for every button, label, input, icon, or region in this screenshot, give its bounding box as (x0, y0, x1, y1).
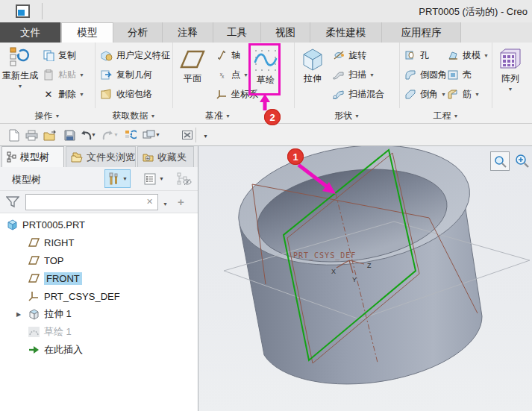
tree-list-icon (144, 173, 156, 185)
ribbon-group-engineering: 孔 倒圆角 ▼ 倒角 ▼ 拔模 ▼ 壳 (400, 43, 492, 108)
chevron-down-icon: ▼ (159, 176, 164, 181)
swept-blend-button[interactable]: 扫描混合 (332, 86, 384, 102)
swept-blend-icon (332, 88, 345, 100)
regenerate-button[interactable]: 重新生成 ▼ (3, 46, 37, 89)
open-folder-icon (43, 130, 57, 141)
chevron-down-icon: ▼ (122, 176, 128, 181)
regenerate-small-button[interactable] (122, 127, 139, 143)
tree-display-button[interactable] (175, 169, 194, 188)
tab-applications[interactable]: 应用程序 (382, 22, 461, 43)
tree-row-csys[interactable]: PRT_CSYS_DEF (0, 288, 198, 304)
shrinkwrap-icon (100, 88, 113, 100)
tree-hide-icon (177, 172, 192, 186)
rib-button[interactable]: 筋 ▼ (446, 86, 480, 102)
copy-geometry-button[interactable]: 复制几何 (100, 66, 152, 83)
tree-row-front-plane[interactable]: FRONT (0, 270, 198, 286)
pattern-button[interactable]: 阵列 ▼ (495, 47, 526, 92)
tree-row-part[interactable]: PRT0005.PRT (0, 216, 198, 233)
paste-icon (42, 69, 55, 81)
group-label-datum[interactable]: 基准▼ (173, 108, 263, 124)
new-file-icon (9, 129, 19, 142)
model-scene: PRT_CSYS_DEF X Z Y (198, 146, 532, 411)
copy-geometry-icon (100, 69, 113, 81)
tab-file[interactable]: 文件 (0, 22, 61, 43)
shell-button[interactable]: 壳 (446, 66, 472, 83)
tab-tools[interactable]: 工具 (213, 22, 261, 43)
clear-filter-icon[interactable]: ✕ (146, 197, 153, 207)
sweep-button[interactable]: 扫描 ▼ (332, 66, 375, 83)
selected-tree-item: FRONT (44, 272, 82, 285)
tab-annotate[interactable]: 注释 (163, 22, 213, 43)
close-window-button[interactable] (179, 127, 195, 143)
copy-button[interactable]: 复制 (42, 47, 76, 63)
chevron-down-icon: ▼ (18, 84, 23, 89)
tab-model-tree[interactable]: 模型树 (1, 146, 64, 167)
zoom-in-button[interactable] (513, 151, 532, 171)
tree-row-insert-here[interactable]: 在此插入 (0, 342, 198, 358)
paste-button[interactable]: 粘贴 ▼ (42, 66, 84, 83)
udf-button[interactable]: 用户定义特征 (100, 47, 170, 63)
tree-settings-button[interactable]: ▼ (142, 169, 166, 188)
group-label-engineering[interactable]: 工程▼ (400, 108, 492, 124)
tab-view[interactable]: 视图 (261, 22, 310, 43)
tab-folder-browser[interactable]: 文件夹浏览器 (66, 146, 136, 167)
delete-button[interactable]: ✕ 删除 ▼ (42, 86, 84, 102)
datum-plane-icon (28, 254, 40, 266)
save-button[interactable] (61, 127, 78, 143)
tab-flexible-modeling[interactable]: 柔性建模 (310, 22, 382, 43)
zoom-region-button[interactable] (490, 151, 510, 171)
filter-funnel-icon[interactable] (6, 196, 19, 208)
graphics-viewport[interactable]: PRT_CSYS_DEF X Z Y (198, 146, 532, 411)
tree-row-top-plane[interactable]: TOP (0, 252, 198, 269)
filter-dropdown[interactable]: ▼ (163, 201, 168, 207)
group-label-shapes[interactable]: 形状▼ (295, 108, 399, 124)
new-file-button[interactable] (6, 127, 22, 143)
axis-x-label: X (331, 268, 336, 275)
tree-row-right-plane[interactable]: RIGHT (0, 234, 198, 251)
undo-dropdown[interactable]: ▼ (91, 132, 96, 137)
tab-model[interactable]: 模型 (61, 22, 113, 43)
expand-arrow-icon[interactable]: ▶ (16, 311, 21, 318)
open-button[interactable] (42, 127, 58, 143)
copy-icon (42, 49, 55, 61)
datum-point-button[interactable]: ˣₓ 点 ▼ (215, 66, 248, 83)
tab-favorites[interactable]: ✳ 收藏夹 (137, 146, 194, 167)
ribbon-group-get-data: 用户定义特征 复制几何 收缩包络 获取数据▼ (96, 43, 173, 108)
window-switch-button[interactable] (140, 127, 157, 143)
insert-here-arrow-icon (28, 344, 40, 356)
tree-tools-button[interactable]: ▼ (104, 169, 131, 188)
datum-axis-button[interactable]: 轴 (215, 47, 240, 63)
chevron-down-icon: ▼ (508, 87, 513, 92)
revolve-icon (332, 49, 345, 61)
step-1-badge: 1 (287, 148, 304, 165)
round-icon (404, 69, 417, 81)
axis-z-label: Z (367, 262, 372, 269)
extrude-icon (300, 47, 325, 71)
ribbon-tab-bar: 文件 模型 分析 注释 工具 视图 柔性建模 应用程序 (0, 22, 532, 43)
quick-access-toolbar: ▼ ▼ ▼ ▼ (0, 124, 532, 146)
app-window-icon[interactable] (16, 4, 30, 18)
chamfer-button[interactable]: 倒角 ▼ (404, 86, 446, 102)
undo-icon (80, 131, 92, 140)
tab-analysis[interactable]: 分析 (113, 22, 163, 43)
revolve-button[interactable]: 旋转 (332, 47, 366, 63)
datum-plane-button[interactable]: 平面 (176, 47, 209, 85)
tree-filter-input[interactable] (25, 194, 158, 210)
tree-row-extrude[interactable]: ▶ 拉伸 1 (0, 306, 198, 322)
svg-text:✳: ✳ (145, 156, 150, 161)
print-button[interactable] (23, 127, 40, 143)
extrude-button[interactable]: 拉伸 (297, 47, 328, 85)
window-title: PRT0005 (活动的) - Creo (419, 5, 528, 19)
redo-dropdown[interactable]: ▼ (113, 132, 119, 137)
group-label-get-data[interactable]: 获取数据▼ (96, 108, 172, 124)
udf-icon (100, 49, 113, 61)
add-filter-button[interactable]: + (178, 195, 184, 208)
ribbon-group-shapes: 拉伸 旋转 扫描 ▼ 扫描混合 形状▼ (295, 43, 400, 108)
qat-customize-dropdown[interactable]: ▼ (203, 134, 208, 139)
window-dropdown[interactable]: ▼ (155, 132, 160, 137)
tree-row-sketch[interactable]: 草绘 1 (0, 324, 198, 340)
draft-button[interactable]: 拔模 ▼ (446, 47, 489, 63)
group-label-operations[interactable]: 操作▼ (0, 108, 95, 124)
shrinkwrap-button[interactable]: 收缩包络 (100, 86, 152, 102)
hole-button[interactable]: 孔 (404, 47, 429, 63)
